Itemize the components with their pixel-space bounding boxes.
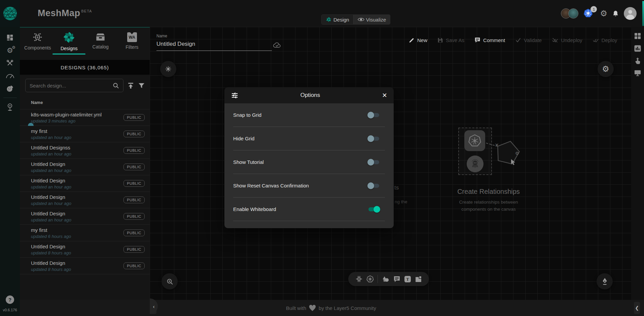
design-title: Untitled Design <box>31 194 123 200</box>
tutorial-cursor-icon <box>510 159 516 166</box>
app-title: MeshMapBETA <box>38 8 91 19</box>
active-tab-underline <box>52 54 85 55</box>
new-button[interactable]: New <box>409 37 427 43</box>
svg-text:T: T <box>406 277 409 282</box>
show-tutorial-toggle[interactable] <box>367 159 380 166</box>
design-row[interactable]: Untitled Design updated an hour ago PUBL… <box>20 175 150 192</box>
design-row[interactable]: Untitled Designss updated an hour ago PU… <box>20 142 150 159</box>
dock-comment-icon[interactable] <box>393 276 400 283</box>
name-column-header: Name <box>31 100 150 105</box>
footer-collapse-right[interactable]: ❮ <box>634 302 640 314</box>
mode-design-button[interactable]: Design <box>322 15 353 24</box>
tab-filters[interactable]: WA Filters <box>117 28 146 55</box>
meshmap-pin-icon[interactable] <box>0 101 20 113</box>
hide-grid-toggle[interactable] <box>367 135 380 142</box>
collaborator-avatar-2 <box>568 8 578 19</box>
design-row[interactable]: my first updated an hour ago PUBLIC <box>20 126 150 142</box>
dock-kubernetes-icon[interactable] <box>366 275 374 283</box>
right-dock <box>631 27 644 300</box>
dashboard-icon[interactable] <box>0 31 20 44</box>
header-accent-edge <box>642 1 644 26</box>
mode-visualize-button[interactable]: Visualize <box>353 15 390 24</box>
kubernetes-context-chip[interactable]: 1 <box>583 8 595 19</box>
visibility-badge: PUBLIC <box>123 262 145 269</box>
design-row[interactable]: Untitled Design updated an hour ago PUBL… <box>20 208 150 225</box>
import-design-icon[interactable] <box>127 82 134 89</box>
touch-hand-icon[interactable] <box>634 57 641 65</box>
designs-panel: Components Designs <box>20 27 150 316</box>
validate-button[interactable]: Validate <box>515 37 542 43</box>
eye-icon <box>358 17 364 22</box>
toolkit-icon[interactable] <box>0 57 20 69</box>
save-as-button[interactable]: Save As <box>437 37 464 43</box>
visibility-badge: PUBLIC <box>123 164 145 170</box>
tutorial-kubernetes-node <box>464 130 485 151</box>
search-input[interactable] <box>30 83 110 89</box>
option-row: Show Reset Canvas Confirmation <box>233 174 385 198</box>
analytics-chart-icon[interactable] <box>634 45 641 52</box>
design-row[interactable]: my first updated 6 hours ago PUBLIC <box>20 225 150 241</box>
tune-sliders-icon <box>231 92 238 99</box>
canvas-snowflake-button[interactable] <box>160 61 176 77</box>
design-row[interactable]: Untitled Design updated 8 hours ago PUBL… <box>20 258 150 274</box>
option-row: Enable Whiteboard <box>233 198 385 221</box>
performance-gauge-icon[interactable] <box>0 69 20 82</box>
floppy-icon <box>437 37 443 43</box>
visibility-badge: PUBLIC <box>123 197 145 203</box>
snap-to-grid-toggle[interactable] <box>367 112 380 118</box>
design-row[interactable]: Untitled Design updated an hour ago PUBL… <box>20 159 150 175</box>
extensions-icon[interactable] <box>0 82 20 95</box>
search-row <box>25 79 145 92</box>
tab-label: Catalog <box>93 44 109 49</box>
dock-text-icon[interactable]: T <box>404 276 411 283</box>
notifications-bell-icon[interactable] <box>612 10 619 17</box>
dock-shapes-icon[interactable] <box>382 276 390 282</box>
option-label: Show Reset Canvas Confirmation <box>233 183 309 188</box>
collaborator-avatars[interactable] <box>561 8 578 19</box>
footer-bar: ❮ Built with by the Layer5 Community ❮ <box>20 300 644 316</box>
comment-icon <box>474 37 480 43</box>
dock-media-icon[interactable] <box>415 276 422 283</box>
tab-catalog[interactable]: Catalog <box>86 28 115 55</box>
filter-funnel-icon[interactable] <box>138 82 145 89</box>
layer5-logo[interactable] <box>0 0 20 27</box>
design-updated: updated 6 hours ago <box>31 234 123 239</box>
zoom-button[interactable] <box>162 273 178 289</box>
design-title: my first <box>31 128 123 134</box>
dock-divider <box>378 275 378 283</box>
undeploy-button[interactable]: Undeploy <box>552 37 582 43</box>
options-modal-body: Snap to Grid Hide Grid Show Tutorial Sho… <box>224 103 394 228</box>
search-box <box>25 79 123 92</box>
design-name-input[interactable] <box>156 38 272 51</box>
tab-components[interactable]: Components <box>23 28 52 55</box>
option-label: Hide Grid <box>233 136 254 141</box>
lifecycle-gears-icon[interactable]: ⚙⚙ <box>0 44 20 57</box>
catalog-icon <box>95 33 106 42</box>
magnifier-plus-icon <box>166 278 173 285</box>
pen-tool-button[interactable] <box>597 273 613 289</box>
show-reset-canvas-confirmation-toggle[interactable] <box>367 182 380 189</box>
deploy-button[interactable]: Deploy <box>593 37 617 43</box>
close-icon[interactable]: × <box>382 91 387 99</box>
app-version: v0.6.176 <box>3 308 17 312</box>
tab-designs[interactable]: Designs <box>55 28 83 55</box>
wasm-filters-icon: WA <box>127 32 137 42</box>
design-updated: updated 8 hours ago <box>31 267 123 272</box>
design-row[interactable]: Untitled Design updated 8 hours ago PUBL… <box>20 241 150 258</box>
enable-whiteboard-toggle[interactable] <box>367 206 380 213</box>
profile-avatar[interactable] <box>624 7 637 20</box>
visibility-badge: PUBLIC <box>123 213 145 220</box>
design-title: Untitled Design <box>31 244 123 249</box>
tab-label: Components <box>24 45 51 50</box>
comment-button[interactable]: Comment <box>474 37 505 43</box>
canvas-settings-button[interactable]: ⚙ <box>598 61 614 77</box>
design-row[interactable]: Untitled Design updated an hour ago PUBL… <box>20 192 150 208</box>
visibility-badge: PUBLIC <box>123 131 145 137</box>
settings-gear-icon[interactable]: ⚙ <box>600 9 607 17</box>
design-title: Untitled Design <box>31 260 123 266</box>
design-row[interactable]: k8s-wasm-plugin-ratelimiter.yml updated … <box>20 109 150 126</box>
help-icon[interactable]: ? <box>6 295 14 304</box>
widgets-grid-icon[interactable] <box>634 32 641 40</box>
display-monitor-icon[interactable] <box>634 70 641 76</box>
dock-components-icon[interactable] <box>355 275 363 283</box>
